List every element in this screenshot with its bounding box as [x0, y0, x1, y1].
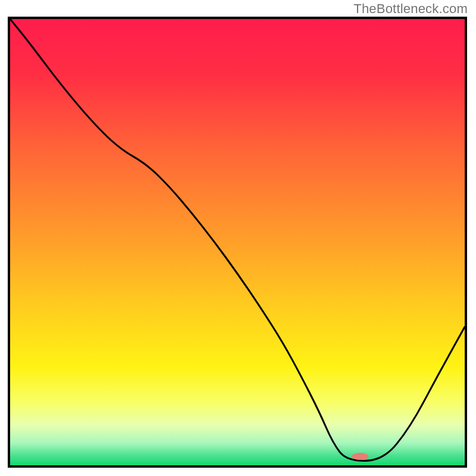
chart-background [10, 19, 465, 465]
optimal-marker [352, 453, 368, 460]
chart-canvas [10, 19, 465, 465]
chart-frame [8, 17, 467, 468]
watermark-text: TheBottleneck.com [353, 1, 468, 17]
